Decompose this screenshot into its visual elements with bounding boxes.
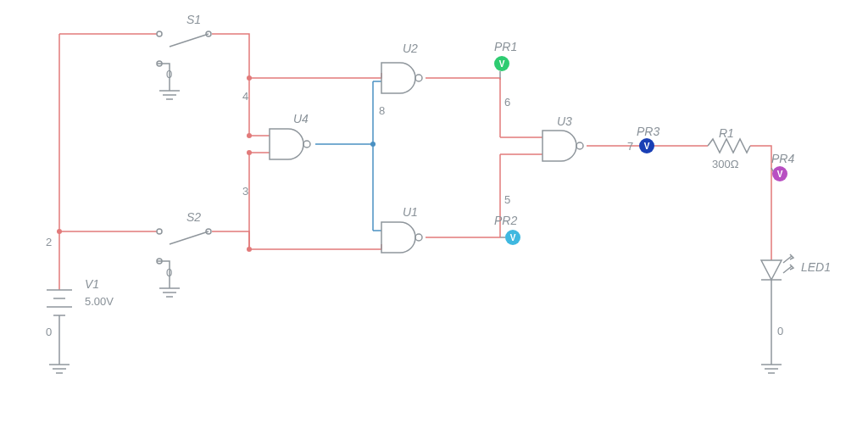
probe-pr2[interactable]: V [500,230,520,245]
label-r1: R1 [719,126,734,140]
svg-text:V: V [510,233,516,242]
battery-v1 [47,290,72,315]
gate-u4 [270,129,310,159]
label-u3: U3 [557,114,572,128]
circuit-schematic: V V V V S1 S2 U4 U2 U1 U3 R1 300Ω LED1 V… [0,0,868,429]
svg-point-9 [157,31,162,36]
svg-point-13 [157,229,162,234]
label-v1: V1 [85,277,99,291]
led-led1 [761,254,793,287]
svg-point-19 [57,229,62,234]
label-u2: U2 [403,42,418,55]
svg-point-20 [247,75,252,81]
node-4: 4 [242,90,248,103]
label-s2: S2 [186,210,201,224]
node-0-s1: 0 [166,68,172,81]
node-0-bat: 0 [46,326,52,338]
svg-text:V: V [644,142,650,151]
svg-point-24 [370,142,376,147]
svg-point-23 [247,247,252,252]
node-3: 3 [242,185,248,198]
label-s1: S1 [186,13,201,26]
svg-text:V: V [499,59,505,69]
node-7: 7 [627,140,633,153]
svg-line-16 [170,231,209,244]
svg-point-21 [247,133,252,138]
label-u1: U1 [403,205,418,219]
switch-s2[interactable] [157,229,211,264]
probe-pr3[interactable]: V [639,138,654,153]
svg-line-12 [170,34,209,47]
probe-pr1[interactable]: V [494,56,509,78]
svg-text:V: V [777,170,783,179]
node-5: 5 [504,193,510,206]
label-pr4: PR4 [771,152,794,165]
node-0-s2: 0 [166,266,172,279]
node-8: 8 [379,104,385,117]
value-r1: 300Ω [712,158,739,170]
svg-point-22 [247,150,252,155]
node-6: 6 [504,96,510,109]
label-pr3: PR3 [637,125,659,138]
label-pr2: PR2 [494,214,517,227]
resistor-r1 [708,139,750,153]
value-v1: 5.00V [85,295,114,308]
label-u4: U4 [293,112,309,125]
probe-pr4[interactable]: V [771,166,787,181]
gate-u3 [542,131,583,161]
node-2: 2 [46,236,52,248]
label-pr1: PR1 [494,40,517,53]
gate-u1 [381,222,422,253]
switch-s1[interactable] [157,31,211,66]
label-led1: LED1 [801,260,831,274]
node-0-led: 0 [777,325,783,337]
gate-u2 [381,63,422,93]
